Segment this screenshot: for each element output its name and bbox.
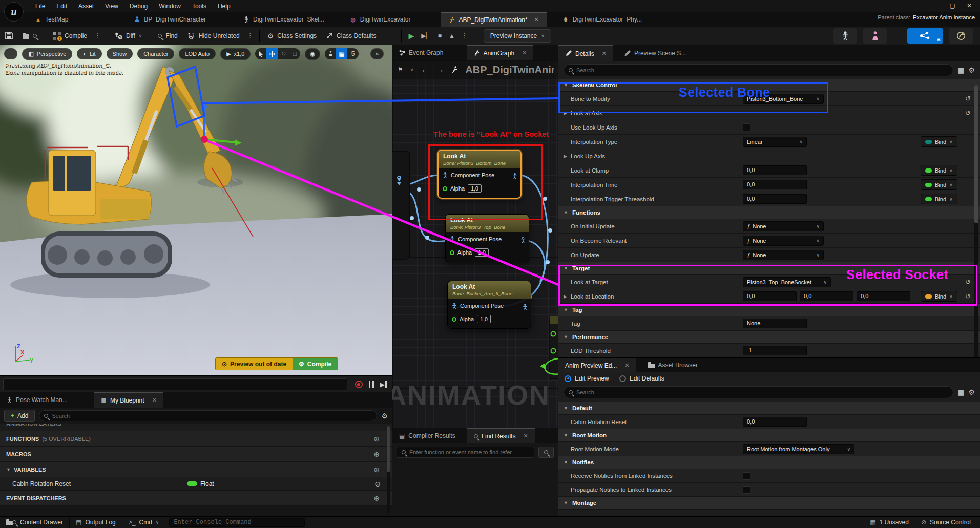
section-macros[interactable]: MACROS⊕ xyxy=(0,447,392,462)
close-icon[interactable]: ✕ xyxy=(522,50,527,56)
receive-notifies-checkbox[interactable] xyxy=(743,472,750,480)
console-input[interactable] xyxy=(174,519,300,526)
find-results-search[interactable] xyxy=(397,447,534,458)
menu-debug[interactable]: Debug xyxy=(124,1,153,12)
gear-icon[interactable]: ⚙ xyxy=(968,388,975,396)
unsaved-indicator[interactable]: ▦1 Unsaved xyxy=(864,519,915,526)
compile-button[interactable]: ? Compile xyxy=(48,29,92,43)
bind-dropdown[interactable]: Bind∨ xyxy=(921,136,957,147)
interpolation-trigger-field[interactable]: 0,0 xyxy=(743,194,807,204)
coordinate-space-button[interactable]: ◉ xyxy=(305,48,320,60)
gear-icon[interactable]: ⚙ xyxy=(381,412,388,420)
tab-anim-preview-editor[interactable]: Anim Preview Ed... ✕ xyxy=(558,358,636,372)
look-at-clamp-field[interactable]: 0,0 xyxy=(743,165,807,175)
play-options-icon[interactable]: ⋮ xyxy=(458,32,470,39)
close-icon[interactable]: ✕ xyxy=(534,16,539,23)
menu-window[interactable]: Window xyxy=(153,1,186,12)
display-filter-icon[interactable]: ▦ xyxy=(957,388,964,396)
lod-dropdown[interactable]: LOD Auto xyxy=(179,48,216,59)
pose-pin-icon[interactable] xyxy=(443,172,448,178)
tab-abp-digitwinanimation[interactable]: ABP_DigiTwinAnimation* ✕ xyxy=(441,12,547,27)
cabin-rotation-reset-field[interactable]: 0,0 xyxy=(743,417,807,427)
look-at-location-z-field[interactable]: 0,0 xyxy=(857,291,910,301)
pose-output-pin-icon[interactable] xyxy=(523,304,528,310)
playback-speed-button[interactable]: ▶x1,0 xyxy=(220,48,251,60)
alpha-pin-icon[interactable] xyxy=(443,186,447,191)
select-tool-icon[interactable] xyxy=(255,48,266,59)
character-snap-icon[interactable] xyxy=(325,48,336,59)
class-settings-button[interactable]: ⚙Class Settings xyxy=(263,29,321,43)
preview-viewport[interactable]: Z X Y ≡ ◧Perspective ◐Lit Show Character… xyxy=(0,45,392,375)
section-performance[interactable]: ▼Performance xyxy=(558,331,980,344)
edit-defaults-radio[interactable]: Edit Defaults xyxy=(619,375,664,382)
tab-digitwinexcavator-skeleton[interactable]: DigiTwinExcavator_Skel... xyxy=(235,12,332,27)
add-dispatcher-icon[interactable]: ⊕ xyxy=(373,494,380,502)
search-input[interactable] xyxy=(52,413,372,419)
look-at-location-y-field[interactable]: 0,0 xyxy=(800,291,853,301)
alpha-value-field[interactable]: 1,0 xyxy=(477,315,491,323)
pose-output-pin-icon[interactable] xyxy=(520,237,526,243)
section-default[interactable]: ▼Default xyxy=(558,402,980,415)
on-update-dropdown[interactable]: ƒ None∨ xyxy=(743,250,824,260)
cmd-dropdown[interactable]: >_Cmd∨ xyxy=(122,517,165,528)
step-forward-button[interactable]: ▶ xyxy=(380,381,387,388)
alpha-pin-icon[interactable] xyxy=(452,317,456,322)
menu-tools[interactable]: Tools xyxy=(186,1,212,12)
reset-icon[interactable]: ↺ xyxy=(965,278,971,286)
details-scrollbar[interactable] xyxy=(974,85,978,372)
maximize-icon[interactable]: ▢ xyxy=(950,2,955,9)
row-look-up-axis[interactable]: ▶Look Up Axis xyxy=(558,149,980,163)
display-filter-icon[interactable]: ▦ xyxy=(957,66,964,74)
details-search-input[interactable] xyxy=(576,67,948,73)
tab-asset-browser[interactable]: Asset Browser xyxy=(641,358,704,372)
section-variables[interactable]: ▼VARIABLES⊕ xyxy=(0,462,392,477)
tab-digitwinexcavator-physics[interactable]: ⬮ DigiTwinExcavator_Phy... xyxy=(554,12,650,27)
pause-button[interactable] xyxy=(369,381,374,388)
source-control-button[interactable]: ⊘Source Control xyxy=(915,519,980,526)
details-search[interactable] xyxy=(564,64,953,76)
nav-back-icon[interactable]: ← xyxy=(421,65,429,74)
add-macro-icon[interactable]: ⊕ xyxy=(373,450,380,458)
on-become-relevant-dropdown[interactable]: ƒ None∨ xyxy=(743,236,824,246)
browse-asset-button[interactable] xyxy=(18,30,41,42)
propagate-notifies-checkbox[interactable] xyxy=(743,486,750,494)
tab-compiler-results[interactable]: ▤ Compiler Results xyxy=(392,428,462,443)
edit-preview-radio[interactable]: Edit Preview xyxy=(565,375,609,382)
use-look-up-axis-checkbox[interactable] xyxy=(743,123,750,131)
viewport-menu-button[interactable]: ≡ xyxy=(4,48,17,59)
section-event-dispatchers[interactable]: EVENT DISPATCHERS⊕ xyxy=(0,491,392,506)
close-icon[interactable]: ✕ xyxy=(152,397,157,404)
root-motion-mode-dropdown[interactable]: Root Motion from Montages Only∨ xyxy=(743,444,854,454)
look-at-location-x-field[interactable]: 0,0 xyxy=(743,291,797,301)
perspective-dropdown[interactable]: ◧Perspective xyxy=(22,48,72,60)
tab-animgraph[interactable]: AnimGraph ✕ xyxy=(467,45,533,60)
interpolation-time-field[interactable]: 0,0 xyxy=(743,180,807,189)
character-dropdown[interactable]: Character xyxy=(137,48,174,59)
tab-bp-digitwincharacter[interactable]: BP_DigiTwinCharacter xyxy=(126,12,214,27)
menu-view[interactable]: View xyxy=(99,1,124,12)
rotate-tool-icon[interactable]: ↻ xyxy=(278,48,289,59)
add-function-icon[interactable]: ⊕ xyxy=(373,435,380,443)
pose-pin-icon[interactable] xyxy=(450,236,455,242)
class-defaults-button[interactable]: Class Defaults xyxy=(321,29,381,43)
add-variable-icon[interactable]: ⊕ xyxy=(373,466,380,474)
on-initial-update-dropdown[interactable]: ƒ None∨ xyxy=(743,221,824,231)
tab-find-results[interactable]: Find Results ✕ xyxy=(467,428,535,443)
record-button[interactable] xyxy=(355,381,363,388)
look-at-target-dropdown[interactable]: Piston3_Top_BoneSocket∨ xyxy=(743,277,831,287)
skeleton-mode-button[interactable] xyxy=(833,28,857,44)
bind-dropdown[interactable]: Bind∨ xyxy=(921,291,957,302)
reset-icon[interactable]: ↺ xyxy=(965,109,971,117)
hide-unrelated-options-icon[interactable]: ⋮ xyxy=(244,32,256,39)
close-icon[interactable]: ✕ xyxy=(523,433,528,439)
reset-icon[interactable]: ↺ xyxy=(965,95,971,102)
tab-digitwinexcavator[interactable]: ◍ DigiTwinExcavator xyxy=(342,12,419,27)
mesh-mode-button[interactable] xyxy=(863,28,887,44)
anim-preview-search[interactable] xyxy=(564,386,953,398)
grid-snap-value[interactable]: 5 xyxy=(347,48,359,59)
parent-class-link[interactable]: Excavator Anim Instance xyxy=(913,14,975,20)
close-icon[interactable]: ✕ xyxy=(967,2,972,9)
gear-icon[interactable]: ⚙ xyxy=(968,66,975,74)
menu-asset[interactable]: Asset xyxy=(73,1,99,12)
blueprint-mode-button[interactable]: ✱ xyxy=(907,28,943,44)
